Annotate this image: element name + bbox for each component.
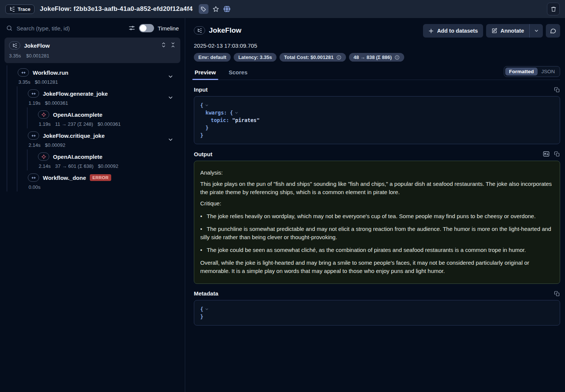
star-icon — [212, 6, 219, 13]
input-section: Input { kwargs: { topic: "pirates" — [194, 86, 560, 144]
tree-node-cost: $0.000361 — [45, 100, 68, 106]
add-to-datasets-button[interactable]: Add to datasets — [423, 24, 483, 38]
output-overall-text: Overall, while the joke is light-hearted… — [200, 259, 554, 275]
output-section: Output Analysis: This joke — [194, 151, 560, 284]
tree-node-openai-acomplete-2[interactable]: OpenAI.acomplete 2.14s 37 → 601 (Σ 638) … — [27, 149, 180, 170]
copy-icon[interactable] — [554, 291, 560, 297]
filter-settings-icon[interactable] — [128, 25, 135, 32]
tree-node-duration: 0.00s — [29, 184, 41, 190]
collapse-chevron-icon[interactable] — [205, 103, 209, 107]
copy-icon[interactable] — [554, 151, 560, 157]
tree-node-cost: $0.001281 — [35, 79, 58, 85]
tree-node-duration: 1.19s — [29, 100, 41, 106]
trace-tree-sidebar: Timeline JokeFlow — [0, 18, 185, 392]
comment-icon — [550, 27, 556, 34]
tree-node-tokens: 11 → 237 (Σ 248) — [55, 121, 93, 127]
total-cost-badge: Total Cost: $0.001281 — [279, 53, 346, 62]
output-analysis-title: Analysis: — [200, 169, 554, 177]
tab-scores[interactable]: Scores — [228, 65, 248, 80]
tree-node-duration: 3.35s — [18, 79, 30, 85]
star-button[interactable] — [212, 6, 219, 13]
trace-root-item[interactable]: JokeFlow 3.35s $0.001281 — [5, 38, 180, 63]
trace-icon — [194, 26, 205, 35]
edit-icon — [491, 28, 497, 34]
tree-node-duration: 2.14s — [29, 142, 41, 148]
annotate-menu-button[interactable] — [529, 24, 543, 38]
tree-node-openai-acomplete-1[interactable]: OpenAI.acomplete 1.19s 11 → 237 (Σ 248) … — [27, 107, 180, 128]
annotate-label: Annotate — [500, 28, 524, 34]
tree-node-label: JokeFlow.generate_joke — [43, 90, 108, 97]
output-critique-title: Critique: — [200, 199, 554, 208]
generation-icon — [38, 110, 49, 119]
detail-tabs: Preview Scores Formatted JSON — [194, 65, 560, 80]
chevron-down-icon[interactable] — [168, 137, 174, 143]
search-input[interactable] — [17, 25, 125, 32]
env-badge: Env: default — [194, 53, 231, 62]
tree-node-duration: 2.14s — [39, 163, 51, 169]
tree-node-cost: $0.00092 — [45, 142, 65, 148]
output-bullet: The joke could be seen as somewhat clich… — [200, 246, 554, 254]
tree-node-critique-joke[interactable]: JokeFlow.critique_joke 2.14s $0.00092 — [17, 128, 180, 149]
output-heading: Output — [194, 151, 212, 157]
metadata-json-viewer[interactable]: { } — [194, 300, 560, 326]
timeline-toggle-label: Timeline — [158, 25, 179, 32]
annotate-button[interactable]: Annotate — [486, 24, 529, 38]
tree-node-label: Workflow.run — [33, 69, 68, 76]
globe-icon — [223, 5, 231, 13]
metadata-section: Metadata { } — [194, 290, 560, 326]
collapse-chevron-icon[interactable] — [205, 307, 209, 311]
output-markdown-viewer[interactable]: Analysis: This joke plays on the pun of … — [194, 161, 560, 284]
timeline-toggle[interactable] — [139, 24, 154, 32]
error-status-badge: ERROR — [90, 174, 111, 181]
markdown-toggle-icon[interactable] — [543, 151, 550, 157]
token-usage-badge: 48 → 838 (Σ 886) — [349, 53, 404, 62]
trash-icon — [550, 6, 557, 12]
tree-node-cost: $0.00092 — [98, 163, 118, 169]
tree-node-label: Workflow._done — [43, 175, 86, 181]
span-icon — [28, 131, 39, 140]
tree-node-cost: $0.000361 — [98, 121, 121, 127]
collapse-all-icon[interactable] — [170, 42, 176, 48]
trace-timestamp: 2025-02-13 17:03:09.705 — [194, 42, 560, 49]
add-to-datasets-label: Add to datasets — [437, 28, 478, 34]
trace-detail-panel: JokeFlow Add to datasets — [185, 18, 565, 392]
search-icon — [6, 25, 13, 32]
tree-node-label: OpenAI.acomplete — [53, 154, 103, 160]
chevron-down-icon — [534, 28, 539, 33]
list-tree-icon — [9, 6, 15, 12]
metadata-heading: Metadata — [194, 290, 218, 297]
page-title: JokeFlow: f2bb3e13-aafb-41a0-a852-efd20f… — [40, 5, 193, 13]
generation-icon — [38, 152, 49, 161]
span-icon — [28, 89, 39, 98]
comments-button[interactable] — [546, 24, 560, 38]
public-button[interactable] — [223, 5, 231, 13]
format-formatted-option[interactable]: Formatted — [505, 68, 538, 75]
trace-type-badge: Trace — [5, 5, 35, 14]
output-analysis-text: This joke plays on the pun of "fish and … — [200, 180, 554, 196]
tree-node-workflow-done[interactable]: Workflow._done ERROR 0.00s — [17, 170, 180, 191]
delete-trace-button[interactable] — [547, 3, 560, 15]
tree-node-label: OpenAI.acomplete — [53, 112, 103, 118]
tab-preview[interactable]: Preview — [194, 65, 217, 80]
trace-root-duration: 3.35s — [9, 53, 21, 59]
tree-node-workflow-run[interactable]: Workflow.run 3.35s $0.001281 — [7, 65, 180, 86]
format-json-option[interactable]: JSON — [538, 68, 559, 75]
trace-badge-label: Trace — [18, 6, 30, 12]
tree-node-duration: 1.19s — [39, 121, 51, 127]
detail-title: JokeFlow — [209, 26, 242, 35]
chevron-down-icon[interactable] — [168, 74, 174, 80]
observation-tree: Workflow.run 3.35s $0.001281 — [7, 65, 180, 191]
tag-icon — [201, 6, 206, 12]
chevron-down-icon[interactable] — [168, 95, 174, 101]
collapse-chevron-icon[interactable] — [234, 111, 239, 115]
expand-all-icon[interactable] — [161, 42, 166, 48]
trace-icon — [9, 41, 20, 50]
span-icon — [18, 68, 29, 77]
tree-node-generate-joke[interactable]: JokeFlow.generate_joke 1.19s $0.000361 — [17, 86, 180, 107]
input-json-viewer[interactable]: { kwargs: { topic: "pirates" } } — [194, 96, 560, 144]
plus-icon — [428, 28, 434, 34]
tree-node-label: JokeFlow.critique_joke — [43, 133, 105, 139]
tag-button[interactable] — [199, 4, 208, 14]
copy-icon[interactable] — [554, 87, 560, 93]
trace-root-cost: $0.001281 — [26, 53, 49, 59]
